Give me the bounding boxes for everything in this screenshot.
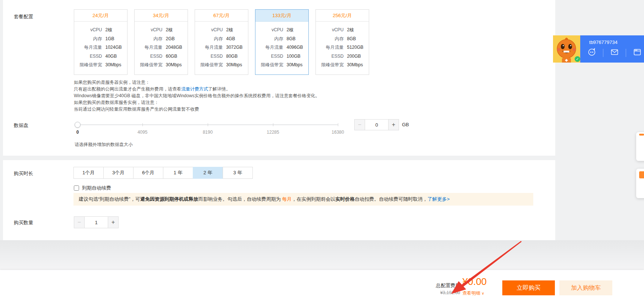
spec-value: 3072GB (226, 43, 244, 52)
spec-label: 限峰值带宽 (320, 61, 344, 70)
add-to-cart-button[interactable]: 加入购物车 (559, 280, 612, 295)
traffic-billing-link[interactable]: 流量计费方式 (181, 86, 208, 92)
original-fee-strikethrough: ¥3,192.00 (423, 290, 460, 295)
duration-tab-3month[interactable]: 3个月 (103, 167, 133, 179)
avatar[interactable]: ✓ (553, 35, 580, 63)
spec-value: 30Mbps (347, 61, 365, 70)
plan-card-24[interactable]: 24元/月 vCPU2核 内存1GB 每月流量1024GB ESSD40GB 限… (74, 9, 128, 75)
slider-tick (208, 123, 208, 126)
plan-price: 256元/月 (316, 10, 369, 22)
floating-side-tool-feedback[interactable] (636, 132, 644, 161)
spec-label: 每月流量 (260, 43, 283, 52)
duration-tab-1month[interactable]: 1个月 (73, 167, 104, 179)
duration-tab-1year[interactable]: 1 年 (163, 167, 193, 179)
slider-handle[interactable] (75, 122, 81, 128)
plan-specs: vCPU2核 内存8GB 每月流量5120GB ESSD200GB 限峰值带宽3… (316, 22, 369, 74)
auto-renew-notice: 建议勾选“到期自动续费”，可避免因资源到期停机或释放而影响业务。勾选后，自动续费… (73, 193, 533, 206)
disk-size-slider[interactable] (78, 124, 338, 125)
spec-label: ESSD (199, 52, 223, 61)
spec-value: 8GB (287, 35, 305, 44)
spec-label: vCPU (78, 26, 102, 35)
package-config-label: 套餐配置 (14, 13, 33, 20)
disk-size-input[interactable] (365, 120, 388, 130)
spec-value: 40GB (106, 52, 123, 61)
plan-card-133-selected[interactable]: 133元/月 vCPU2核 内存8GB 每月流量4096GB ESSD100GB… (255, 9, 309, 75)
spec-value: 4GB (226, 35, 244, 44)
slider-tick-labels: 0 4095 8190 12285 16380 (78, 130, 338, 135)
data-disk-label: 数据盘 (14, 122, 28, 129)
spec-label: 内存 (199, 35, 223, 44)
spec-value: 1GB (106, 35, 123, 44)
duration-tab-2year[interactable]: 2 年 (193, 167, 223, 179)
spec-label: 每月流量 (320, 43, 344, 52)
package-notes: 如果您购买的是服务器实例，请注意： 只有超出配额的公网出流量才会产生额外费用，请… (74, 79, 320, 112)
floating-side-tool-survey[interactable] (636, 169, 644, 198)
plan-card-256[interactable]: 256元/月 vCPU2核 内存8GB 每月流量5120GB ESSD200GB… (315, 9, 369, 75)
spec-value: 30Mbps (226, 61, 244, 70)
spec-label: ESSD (78, 52, 102, 61)
spec-label: 内存 (139, 35, 163, 44)
spec-value: 60GB (166, 52, 184, 61)
spec-label: ESSD (260, 52, 283, 61)
spec-value: 2GB (166, 35, 184, 44)
quantity-minus-button[interactable]: − (74, 217, 85, 228)
duration-tab-6month[interactable]: 6个月 (133, 167, 163, 179)
window-icon[interactable] (629, 48, 644, 58)
purchase-options-panel: 购买时长 1个月 3个月 6个月 1 年 2 年 3 年 到期自动续费 建议勾选… (3, 160, 555, 240)
notice-text: 而影响业务。勾选后，自动续费周期为 (198, 196, 282, 202)
tick-label: 16380 (332, 130, 344, 135)
spec-label: 内存 (78, 35, 102, 44)
spec-value: 30Mbps (166, 61, 184, 70)
plan-specs: vCPU2核 内存4GB 每月流量3072GB ESSD80GB 限峰值带宽30… (195, 22, 248, 74)
tool-icon-fragment (639, 134, 644, 136)
slider-tick (142, 123, 143, 126)
customer-chat-widget: ✓ tb976779734 (553, 35, 644, 63)
spec-value: 30Mbps (287, 61, 305, 70)
spec-label: vCPU (320, 26, 344, 35)
spec-value: 100GB (287, 52, 305, 61)
plan-price: 133元/月 (255, 10, 308, 22)
spec-label: vCPU (199, 26, 223, 35)
online-check-badge: ✓ (575, 56, 580, 62)
quantity-stepper: − + (74, 216, 119, 228)
spec-label: 内存 (320, 35, 344, 44)
slider-tick (273, 123, 273, 126)
plan-specs: vCPU2核 内存2GB 每月流量2048GB ESSD60GB 限峰值带宽30… (135, 22, 188, 74)
quantity-input[interactable] (85, 217, 108, 228)
spec-label: 限峰值带宽 (199, 61, 223, 70)
order-summary-bar: 总配置费用 ¥0.00 ¥3,192.00 查看明细 ∨ 立即购买 加入购物车 (0, 270, 644, 305)
wangwang-chat-icon[interactable] (584, 48, 600, 58)
notice-bold: 实时价格 (335, 196, 355, 202)
disk-plus-button[interactable]: + (388, 120, 399, 130)
tool-icon-fragment (639, 171, 644, 178)
mail-icon[interactable] (607, 48, 622, 58)
spec-value: 2核 (106, 26, 123, 35)
spec-value: 1024GB (106, 43, 123, 52)
buy-now-button[interactable]: 立即购买 (502, 280, 555, 295)
plan-specs: vCPU2核 内存1GB 每月流量1024GB ESSD40GB 限峰值带宽30… (74, 22, 127, 74)
plan-card-67[interactable]: 67元/月 vCPU2核 内存4GB 每月流量3072GB ESSD80GB 限… (195, 9, 248, 75)
spec-label: 每月流量 (139, 43, 163, 52)
plan-price: 24元/月 (74, 10, 127, 22)
spec-value: 2核 (287, 26, 305, 35)
spec-label: 限峰值带宽 (139, 61, 163, 70)
view-details-link[interactable]: 查看明细 ∨ (462, 290, 484, 296)
learn-more-link[interactable]: 了解更多> (427, 196, 450, 202)
note-line: 只有超出配额的公网出流量才会产生额外费用，请查看流量计费方式了解详情。 (74, 86, 320, 92)
divider (603, 49, 603, 57)
disk-helper-text: 请选择额外增加的数据盘大小 (75, 142, 133, 148)
quantity-plus-button[interactable]: + (108, 217, 118, 228)
spec-label: vCPU (260, 26, 283, 35)
plan-card-34[interactable]: 34元/月 vCPU2核 内存2GB 每月流量2048GB ESSD60GB 限… (134, 9, 188, 75)
spec-value: 2核 (226, 26, 244, 35)
auto-renew-row: 到期自动续费 (74, 185, 111, 191)
duration-tab-3year[interactable]: 3 年 (223, 167, 253, 179)
plan-card-list: 24元/月 vCPU2核 内存1GB 每月流量1024GB ESSD40GB 限… (74, 9, 376, 75)
disk-minus-button[interactable]: − (355, 120, 365, 130)
plan-price: 67元/月 (195, 10, 248, 22)
spec-label: 内存 (260, 35, 283, 44)
auto-renew-checkbox[interactable] (74, 185, 79, 191)
note-line: 当前通过公网访问轻量应用数据库服务产生的公网流量暂不收费 (74, 106, 320, 112)
spec-label: ESSD (320, 52, 344, 61)
chat-username: tb976779734 (580, 39, 626, 45)
